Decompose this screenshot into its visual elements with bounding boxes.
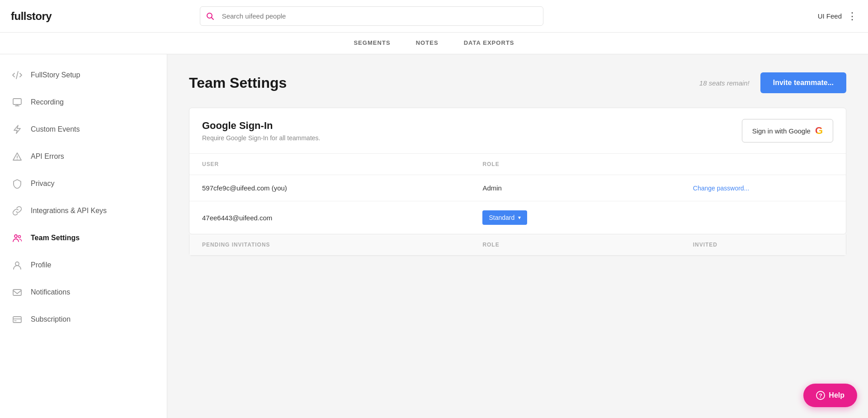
tab-segments[interactable]: SEGMENTS — [352, 33, 392, 53]
col-role: ROLE — [482, 161, 693, 167]
svg-point-7 — [14, 235, 17, 238]
logo: fullstory — [11, 10, 52, 23]
sidebar-item-fullstory-setup[interactable]: FullStory Setup — [0, 62, 167, 89]
change-password-link[interactable]: Change password... — [693, 185, 833, 192]
pending-invitations-section: PENDING INVITATIONS ROLE INVITED — [189, 234, 846, 256]
search-input[interactable] — [200, 6, 543, 26]
svg-line-1 — [211, 17, 213, 19]
col-pending-invitations: PENDING INVITATIONS — [202, 242, 482, 248]
col-pending-role: ROLE — [482, 242, 693, 248]
subnav: SEGMENTS NOTES DATA EXPORTS — [0, 33, 868, 54]
sidebar-label-recording: Recording — [31, 98, 64, 106]
pending-header-row: PENDING INVITATIONS ROLE INVITED — [189, 234, 846, 256]
sidebar-item-subscription[interactable]: Subscription — [0, 306, 167, 333]
sidebar-item-recording[interactable]: Recording — [0, 89, 167, 116]
user-email-1: 597cfe9c@uifeed.com (you) — [202, 184, 482, 192]
sidebar-label-notifications: Notifications — [31, 288, 70, 296]
google-signin-header: Google Sign-In Require Google Sign-In fo… — [189, 108, 846, 154]
mail-icon — [11, 286, 24, 299]
sidebar-label-integrations: Integrations & API Keys — [31, 207, 107, 215]
role-dropdown-value: Standard — [489, 214, 514, 221]
col-user: USER — [202, 161, 482, 167]
role-dropdown-button[interactable]: Standard ▾ — [482, 210, 527, 225]
title-right: 18 seats remain! Invite teammate... — [699, 72, 846, 93]
sidebar-item-custom-events[interactable]: Custom Events — [0, 116, 167, 143]
sidebar-label-profile: Profile — [31, 261, 51, 269]
table-header: USER ROLE — [189, 154, 846, 175]
sidebar-item-notifications[interactable]: Notifications — [0, 279, 167, 306]
sidebar-label-custom-events: Custom Events — [31, 125, 80, 133]
svg-text:?: ? — [819, 392, 822, 399]
sidebar-label-privacy: Privacy — [31, 180, 54, 188]
org-name: UI Feed — [818, 12, 842, 20]
google-signin-label: Sign in with Google — [752, 127, 811, 135]
svg-point-9 — [15, 262, 19, 266]
search-icon — [206, 12, 214, 20]
search-bar — [200, 6, 543, 26]
help-circle-icon: ? — [816, 391, 825, 400]
tab-data-exports[interactable]: DATA EXPORTS — [462, 33, 516, 53]
table-row: 597cfe9c@uifeed.com (you) Admin Change p… — [189, 175, 846, 201]
svg-point-6 — [17, 159, 18, 160]
sidebar-item-api-errors[interactable]: API Errors — [0, 143, 167, 170]
sidebar-label-subscription: Subscription — [31, 315, 71, 323]
tab-notes[interactable]: NOTES — [414, 33, 440, 53]
help-button[interactable]: ? Help — [803, 384, 857, 407]
layout: FullStory Setup Recording Custom Events — [0, 54, 868, 418]
google-signin-info: Google Sign-In Require Google Sign-In fo… — [202, 120, 320, 142]
user-email-2: 47ee6443@uifeed.com — [202, 214, 482, 222]
shield-icon — [11, 177, 24, 190]
google-signin-title: Google Sign-In — [202, 120, 320, 132]
help-label: Help — [829, 391, 844, 399]
google-signin-description: Require Google Sign-In for all teammates… — [202, 134, 320, 142]
person-icon — [11, 259, 24, 271]
lightning-icon — [11, 123, 24, 136]
sidebar-label-fullstory-setup: FullStory Setup — [31, 71, 80, 79]
table-row: 47ee6443@uifeed.com Standard ▾ — [189, 201, 846, 234]
sidebar-item-privacy[interactable]: Privacy — [0, 170, 167, 197]
team-icon — [11, 232, 24, 244]
monitor-icon — [11, 96, 24, 109]
seats-remaining: 18 seats remain! — [699, 79, 750, 87]
sidebar: FullStory Setup Recording Custom Events — [0, 54, 167, 418]
sidebar-label-api-errors: API Errors — [31, 152, 64, 161]
header: fullstory UI Feed ⋮ — [0, 0, 868, 33]
user-role-1: Admin — [482, 184, 693, 192]
sidebar-item-profile[interactable]: Profile — [0, 252, 167, 279]
link-icon — [11, 204, 24, 217]
svg-rect-2 — [13, 99, 21, 104]
col-invited: INVITED — [693, 242, 833, 248]
warning-icon — [11, 150, 24, 163]
code-icon — [11, 69, 24, 81]
google-signin-section: Google Sign-In Require Google Sign-In fo… — [189, 108, 846, 234]
sidebar-item-integrations[interactable]: Integrations & API Keys — [0, 197, 167, 224]
page-title: Team Settings — [189, 75, 287, 91]
invite-teammate-button[interactable]: Invite teammate... — [760, 72, 846, 93]
more-options-icon[interactable]: ⋮ — [847, 10, 857, 22]
svg-rect-11 — [13, 317, 21, 323]
svg-rect-10 — [13, 290, 21, 295]
chevron-down-icon: ▾ — [518, 214, 521, 221]
google-g-icon: G — [815, 125, 823, 137]
svg-point-8 — [19, 236, 21, 238]
sidebar-label-team-settings: Team Settings — [31, 234, 80, 242]
sign-in-with-google-button[interactable]: Sign in with Google G — [742, 119, 833, 142]
page-title-row: Team Settings 18 seats remain! Invite te… — [189, 72, 846, 93]
card-icon — [11, 313, 24, 326]
sidebar-item-team-settings[interactable]: Team Settings — [0, 224, 167, 252]
main-content: Team Settings 18 seats remain! Invite te… — [167, 54, 868, 418]
col-action — [693, 161, 833, 167]
header-right: UI Feed ⋮ — [818, 10, 857, 22]
role-dropdown-cell: Standard ▾ — [482, 210, 693, 225]
